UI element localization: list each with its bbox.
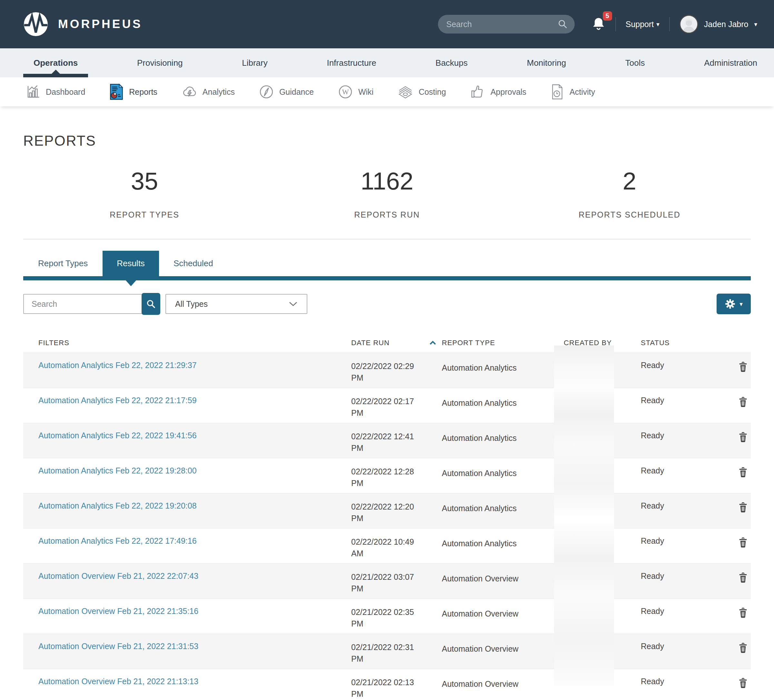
approvals-icon [470,84,485,99]
report-result-link[interactable]: Automation Analytics Feb 22, 2022 21:17:… [38,396,197,405]
type-filter-select[interactable]: All Types [165,294,308,314]
table-row: Automation Analytics Feb 22, 2022 17:49:… [23,528,751,563]
filter-cell: Automation Overview Feb 21, 2022 21:31:5… [23,634,351,669]
delete-report-button[interactable] [738,537,748,563]
nav-backups[interactable]: Backups [434,48,469,78]
delete-report-button[interactable] [738,467,748,493]
nav-provisioning[interactable]: Provisioning [136,48,184,78]
dashboard-icon [25,84,41,99]
user-menu[interactable]: Jaden Jabro ▾ [680,15,757,33]
column-header-report-type[interactable]: REPORT TYPE [441,339,554,347]
report-result-link[interactable]: Automation Overview Feb 21, 2022 21:31:5… [38,642,198,651]
created-by-cell [554,388,640,423]
report-result-link[interactable]: Automation Analytics Feb 22, 2022 21:29:… [38,361,197,370]
date-run-cell: 02/21/2022 02:13 PM [351,669,441,700]
delete-report-button[interactable] [738,643,748,669]
table-settings-button[interactable]: ▾ [716,294,751,314]
results-filter-bar: All Types [23,293,751,315]
nav-administration[interactable]: Administration [703,48,759,78]
filter-cell: Automation Analytics Feb 22, 2022 19:41:… [23,423,351,458]
support-menu[interactable]: Support ▾ [626,20,660,29]
subnav-item-guidance[interactable]: Guidance [259,84,314,99]
tab-results[interactable]: Results [103,251,159,276]
nav-monitoring[interactable]: Monitoring [526,48,567,78]
filter-cell: Automation Analytics Feb 22, 2022 21:29:… [23,353,351,388]
search-submit-button[interactable] [142,293,160,315]
report-result-link[interactable]: Automation Analytics Feb 22, 2022 19:28:… [38,466,197,475]
caret-down-icon: ▾ [656,21,660,28]
date-run-cell: 02/22/2022 02:29 PM [351,353,441,388]
delete-report-button[interactable] [738,502,748,528]
column-header-date-run[interactable]: DATE RUN [351,339,441,347]
avatar [680,15,698,33]
nav-library[interactable]: Library [241,48,269,78]
filter-cell: Automation Analytics Feb 22, 2022 19:28:… [23,458,351,493]
subnav-item-costing[interactable]: Costing [397,84,446,99]
report-result-link[interactable]: Automation Analytics Feb 22, 2022 19:20:… [38,501,197,510]
report-type-cell: Automation Overview [441,599,554,634]
active-nav-indicator [23,74,88,78]
support-label: Support [626,20,654,29]
delete-report-button[interactable] [738,432,748,458]
delete-report-button[interactable] [738,362,748,388]
delete-report-button[interactable] [738,608,748,634]
nav-tools[interactable]: Tools [624,48,646,78]
report-result-link[interactable]: Automation Overview Feb 21, 2022 22:07:4… [38,571,198,580]
created-by-cell [554,423,640,458]
analytics-icon [181,84,197,99]
actions-cell [726,528,751,563]
subnav-item-analytics[interactable]: Analytics [181,84,235,99]
notifications-button[interactable]: 5 [592,17,606,32]
results-search-input[interactable] [23,294,142,314]
results-table: FILTERS DATE RUN REPORT TYPE CREATED BY … [23,333,751,700]
delete-report-button[interactable] [738,678,748,700]
header-divider [669,17,670,31]
report-result-link[interactable]: Automation Analytics Feb 22, 2022 17:49:… [38,536,197,545]
tab-scheduled[interactable]: Scheduled [174,251,213,276]
status-cell: Ready [640,528,726,563]
table-row: Automation Overview Feb 21, 2022 22:07:4… [23,563,751,598]
created-by-cell [554,458,640,493]
actions-cell [726,634,751,669]
table-row: Automation Analytics Feb 22, 2022 19:41:… [23,423,751,458]
stat-reports-run: 1162 REPORTS RUN [266,169,508,220]
status-cell: Ready [640,564,726,598]
global-search-input[interactable] [447,20,558,29]
filter-cell: Automation Overview Feb 21, 2022 21:13:1… [23,669,351,700]
report-result-link[interactable]: Automation Overview Feb 21, 2022 21:13:1… [38,677,198,686]
header-divider [615,17,616,31]
filter-cell: Automation Overview Feb 21, 2022 21:35:1… [23,599,351,634]
guidance-icon [259,84,274,99]
subnav-item-reports[interactable]: Reports [109,84,157,100]
table-row: Automation Analytics Feb 22, 2022 21:17:… [23,388,751,423]
column-header-status[interactable]: STATUS [640,339,726,347]
user-name: Jaden Jabro [704,20,749,29]
filter-cell: Automation Overview Feb 21, 2022 22:07:4… [23,564,351,598]
status-cell: Ready [640,458,726,493]
column-header-created-by[interactable]: CREATED BY [554,339,640,347]
delete-report-button[interactable] [738,397,748,423]
sort-caret-icon[interactable] [429,341,437,345]
subnav-item-dashboard[interactable]: Dashboard [25,84,85,99]
subnav-item-activity[interactable]: Activity [550,84,595,100]
global-search[interactable] [438,15,575,33]
column-header-filters[interactable]: FILTERS [23,339,351,347]
nav-infrastructure[interactable]: Infrastructure [326,48,377,78]
date-run-cell: 02/22/2022 10:49 AM [351,528,441,563]
subnav-item-approvals[interactable]: Approvals [470,84,526,99]
report-result-link[interactable]: Automation Analytics Feb 22, 2022 19:41:… [38,431,197,440]
delete-report-button[interactable] [738,572,748,598]
created-by-cell [554,599,640,634]
search-icon [558,19,567,29]
tab-report-types[interactable]: Report Types [38,251,88,276]
search-icon [146,299,156,309]
status-cell: Ready [640,634,726,669]
actions-cell [726,388,751,423]
nav-operations[interactable]: Operations [32,48,79,78]
section-divider [23,239,751,239]
report-result-link[interactable]: Automation Overview Feb 21, 2022 21:35:1… [38,606,198,616]
costing-icon [397,84,413,99]
wiki-icon: W [337,84,353,99]
subnav-item-wiki[interactable]: W Wiki [337,84,374,99]
created-by-cell [554,669,640,700]
